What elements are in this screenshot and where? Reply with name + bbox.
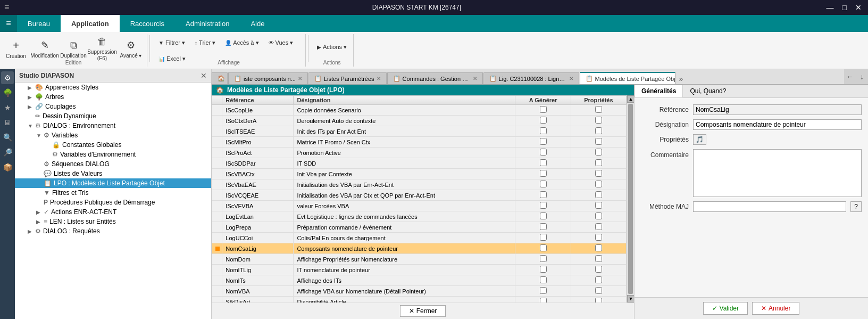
proprietes-checkbox[interactable] (595, 266, 602, 273)
agener-checkbox[interactable] (540, 202, 547, 209)
cell-proprietes[interactable] (571, 158, 626, 169)
agener-checkbox[interactable] (540, 212, 547, 219)
proprietes-checkbox[interactable] (595, 255, 602, 262)
menu-bureau[interactable]: Bureau (17, 15, 61, 32)
cell-proprietes[interactable] (571, 201, 626, 211)
sidebar-icon-star[interactable]: ★ (1, 101, 14, 114)
cell-agener[interactable] (515, 297, 571, 303)
fermer-button[interactable]: ✕ Fermer (400, 305, 446, 317)
acces-button[interactable]: 👤 Accès à ▾ (221, 35, 263, 50)
validate-button[interactable]: ✓ Valider (703, 302, 748, 315)
cell-proprietes[interactable] (571, 169, 626, 179)
filtrer-button[interactable]: ▼ Filtrer ▾ (154, 35, 189, 50)
table-row[interactable]: IScVbaEAEInitialisation des VBA par Enr-… (212, 179, 627, 190)
detail-tab-generalites[interactable]: Généralités (635, 85, 683, 97)
tab-commandes-close[interactable]: ✕ (473, 76, 477, 81)
tab-composants-close[interactable]: ✕ (298, 76, 302, 81)
agener-checkbox[interactable] (540, 149, 547, 156)
col-proprietes-header[interactable]: Propriétés (571, 96, 626, 105)
cell-agener[interactable] (515, 137, 571, 148)
proprietes-checkbox[interactable] (595, 181, 602, 187)
cell-agener[interactable] (515, 275, 571, 286)
proprietes-checkbox[interactable] (595, 191, 602, 198)
scroll-down-btn[interactable]: ▼ (627, 295, 634, 302)
cell-proprietes[interactable] (571, 233, 626, 243)
cell-agener[interactable] (515, 201, 571, 211)
cell-agener[interactable] (515, 243, 571, 254)
tree-item-dialog[interactable]: ▼ ⚙ DIALOG : Environnement (15, 121, 211, 130)
sidebar-icon-settings[interactable]: ⚙ (1, 71, 14, 84)
maximize-button[interactable]: □ (840, 3, 849, 12)
cell-agener[interactable] (515, 233, 571, 243)
trier-button[interactable]: ↕ Trier ▾ (190, 35, 220, 50)
agener-checkbox[interactable] (540, 191, 547, 198)
table-row[interactable]: IScVCQEAEInitialisation des VBA par Ctx … (212, 190, 627, 201)
table-row[interactable]: NomVBAAffichage VBA sur Nomenclature (Dé… (212, 286, 627, 297)
cell-agener[interactable] (515, 265, 571, 275)
proprietes-checkbox[interactable] (595, 202, 602, 209)
col-designation-header[interactable]: Désignation (294, 96, 515, 105)
cell-agener[interactable] (515, 222, 571, 233)
tab-home[interactable]: 🏠 (212, 72, 228, 84)
agener-checkbox[interactable] (540, 276, 547, 283)
table-row[interactable]: LogEvtLanEvt Logistique : lignes de comm… (212, 211, 627, 222)
agener-checkbox[interactable] (540, 234, 547, 241)
tree-item-listes-valeurs[interactable]: 💬 Listes de Valeurs (15, 169, 211, 178)
table-row[interactable]: LogUCCoiColis/Pal En cours de chargement (212, 233, 627, 243)
cell-proprietes[interactable] (571, 148, 626, 158)
scroll-thumb[interactable] (628, 104, 633, 294)
cell-proprietes[interactable] (571, 137, 626, 148)
tab-lignes[interactable]: 📋 Lig. C231100028 : Lignes de Commande ✕ (483, 72, 579, 84)
tree-item-apparences[interactable]: ▶ 🎨 Apparences Styles (15, 83, 211, 92)
tab-commandes[interactable]: 📋 Commandes : Gestion des Commandes C...… (387, 72, 483, 84)
cell-proprietes[interactable] (571, 190, 626, 201)
agener-checkbox[interactable] (540, 106, 547, 113)
cell-proprietes[interactable] (571, 297, 626, 303)
cell-agener[interactable] (515, 116, 571, 126)
sidebar-icon-search[interactable]: 🔍 (1, 131, 14, 144)
proprietes-checkbox[interactable] (595, 149, 602, 156)
tree-item-dessin[interactable]: ✏ Dessin Dynamique (15, 111, 211, 121)
tab-nav-down[interactable]: ↓ (858, 71, 866, 82)
tab-listes[interactable]: 📋 Listes Paramétrées ✕ (308, 72, 387, 84)
tree-item-variables-env[interactable]: ⚙ Variables d'Environnement (15, 150, 211, 159)
cell-agener[interactable] (515, 169, 571, 179)
table-row[interactable]: NomCsaLigComposants nomenclature de poin… (212, 243, 627, 254)
table-row[interactable]: IScVBACtxInit Vba par Contexte (212, 169, 627, 179)
cell-agener[interactable] (515, 179, 571, 190)
proprietes-checkbox[interactable] (595, 212, 602, 219)
proprietes-checkbox[interactable] (595, 117, 602, 124)
cell-proprietes[interactable] (571, 286, 626, 297)
tree-item-arbres[interactable]: ▶ 🌳 Arbres (15, 92, 211, 102)
tree-item-procedures[interactable]: P Procédures Publiques de Démarrage (15, 198, 211, 207)
agener-checkbox[interactable] (540, 255, 547, 262)
cell-proprietes[interactable] (571, 116, 626, 126)
cell-agener[interactable] (515, 286, 571, 297)
agener-checkbox[interactable] (540, 117, 547, 124)
minimize-button[interactable]: — (824, 3, 836, 12)
methode-help-button[interactable]: ? (850, 201, 862, 212)
tab-overflow-button[interactable]: » (676, 73, 687, 84)
table-row[interactable]: StkDisArtDisponibilité Article (212, 297, 627, 303)
menu-aide[interactable]: Aide (240, 15, 275, 32)
tree-item-filtres[interactable]: ▼ Filtres et Tris (15, 188, 211, 198)
tree-item-dialog-requetes[interactable]: ▶ ⚙ DIALOG : Requêtes (15, 226, 211, 236)
agener-checkbox[interactable] (540, 159, 547, 166)
cell-proprietes[interactable] (571, 179, 626, 190)
cell-agener[interactable] (515, 190, 571, 201)
sidebar-icon-tree[interactable]: 🌳 (1, 86, 14, 99)
proprietes-checkbox[interactable] (595, 298, 602, 302)
agener-checkbox[interactable] (540, 298, 547, 302)
cell-agener[interactable] (515, 158, 571, 169)
agener-checkbox[interactable] (540, 138, 547, 145)
detail-tab-qui-quand[interactable]: Qui, Quand? (683, 85, 733, 97)
cell-proprietes[interactable] (571, 222, 626, 233)
menu-administration[interactable]: Administration (175, 15, 240, 32)
tree-item-len[interactable]: ▶ ≡ LEN : Listes sur Entités (15, 217, 211, 226)
cell-agener[interactable] (515, 126, 571, 137)
tab-lpo[interactable]: 📋 Modèles de Liste Partagée Objet (LPO) … (580, 72, 675, 84)
table-row[interactable]: IScMItProMatrice IT Promo / Scen Ctx (212, 137, 627, 148)
sidebar-icon-monitor[interactable]: 🖥 (1, 116, 14, 129)
cell-proprietes[interactable] (571, 243, 626, 254)
table-row[interactable]: IScProActPromotion Active (212, 148, 627, 158)
